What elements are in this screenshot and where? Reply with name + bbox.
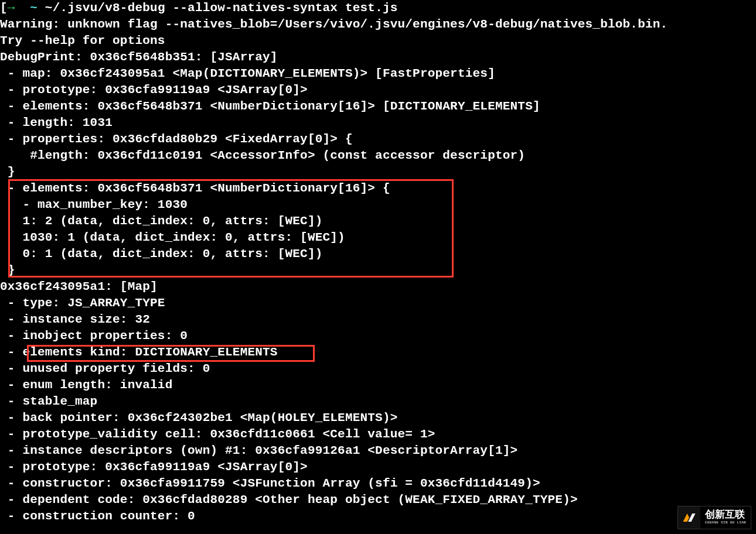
output-line: - unused property fields: 0: [0, 361, 756, 377]
watermark-logo-icon: [678, 506, 700, 529]
command-text: ~/.jsvu/v8-debug --allow-natives-syntax …: [38, 1, 398, 15]
output-line: - enum length: invalid: [0, 377, 756, 393]
output-line: DebugPrint: 0x36cf5648b351: [JSArray]: [0, 49, 756, 66]
output-line: }: [0, 262, 756, 279]
output-line: - back pointer: 0x36cf24302be1 <Map(HOLE…: [0, 410, 756, 426]
output-line: - type: JS_ARRAY_TYPE: [0, 295, 756, 312]
output-line: - elements kind: DICTIONARY_ELEMENTS: [0, 344, 756, 361]
output-line: 0: 1 (data, dict_index: 0, attrs: [WEC]): [0, 246, 756, 262]
watermark-en: CHUANG XIN HU LIAN: [705, 521, 746, 525]
output-line: 1: 2 (data, dict_index: 0, attrs: [WEC]): [0, 213, 756, 230]
watermark-cn: 创新互联: [705, 510, 746, 521]
output-line: - elements: 0x36cf5648b371 <NumberDictio…: [0, 180, 756, 197]
output-line: - instance size: 32: [0, 312, 756, 328]
output-line: - map: 0x36cf243095a1 <Map(DICTIONARY_EL…: [0, 66, 756, 82]
output-line: - constructor: 0x36cfa9911759 <JSFunctio…: [0, 475, 756, 492]
output-line: - prototype: 0x36cfa99119a9 <JSArray[0]>: [0, 459, 756, 475]
output-line: - properties: 0x36cfdad80b29 <FixedArray…: [0, 131, 756, 148]
output-line: Try --help for options: [0, 33, 756, 49]
output-line: }: [0, 164, 756, 180]
output-line: - max_number_key: 1030: [0, 197, 756, 213]
watermark: 创新互联 CHUANG XIN HU LIAN: [677, 506, 751, 529]
output-line: - construction counter: 0: [0, 508, 756, 525]
output-line: - inobject properties: 0: [0, 328, 756, 344]
terminal-output: [→ ~ ~/.jsvu/v8-debug --allow-natives-sy…: [0, 0, 756, 534]
arrow-icon: →: [8, 1, 15, 15]
output-line: - instance descriptors (own) #1: 0x36cfa…: [0, 443, 756, 459]
output-line: 0x36cf243095a1: [Map]: [0, 279, 756, 295]
output-line: - elements: 0x36cf5648b371 <NumberDictio…: [0, 98, 756, 115]
watermark-text: 创新互联 CHUANG XIN HU LIAN: [700, 510, 751, 525]
prompt-line: [→ ~ ~/.jsvu/v8-debug --allow-natives-sy…: [0, 0, 756, 16]
output-line: #length: 0x36cfd11c0191 <AccessorInfo> (…: [0, 148, 756, 164]
output-line: - prototype: 0x36cfa99119a9 <JSArray[0]>: [0, 82, 756, 98]
output-line: - length: 1031: [0, 115, 756, 131]
cwd: ~: [30, 1, 38, 15]
bracket-open: [: [0, 1, 8, 15]
output-line: - dependent code: 0x36cfdad80289 <Other …: [0, 492, 756, 508]
output-line: 1030: 1 (data, dict_index: 0, attrs: [WE…: [0, 230, 756, 246]
output-line: Warning: unknown flag --natives_blob=/Us…: [0, 16, 756, 33]
output-line: - stable_map: [0, 393, 756, 410]
output-line: - prototype_validity cell: 0x36cfd11c066…: [0, 426, 756, 443]
